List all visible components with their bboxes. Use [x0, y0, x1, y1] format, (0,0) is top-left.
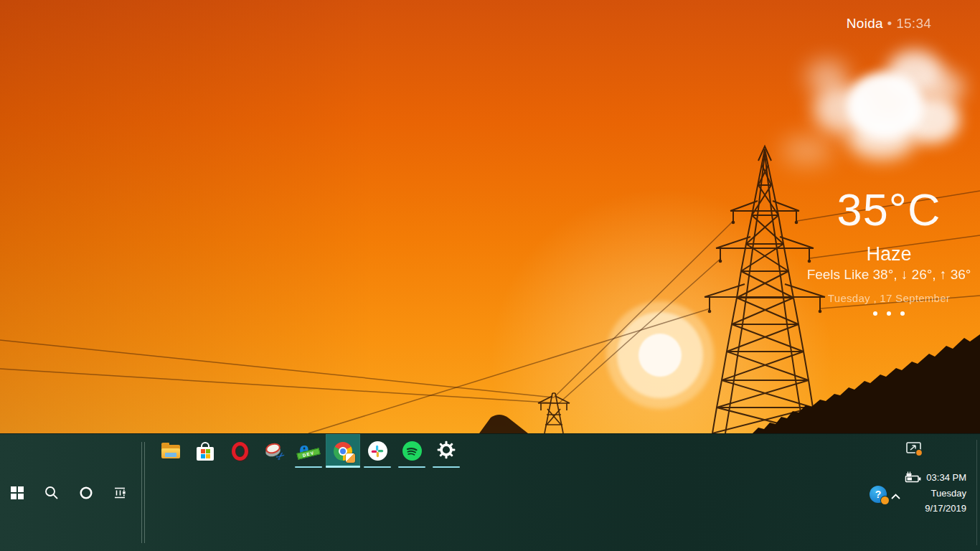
running-indicator [398, 466, 425, 468]
cortana-icon [79, 486, 93, 500]
page-dot[interactable] [873, 311, 877, 316]
snipping-tool-icon: ✂ [265, 441, 284, 461]
running-indicator [295, 466, 322, 468]
taskbar-app-chrome[interactable] [326, 434, 360, 468]
separator-dot: • [887, 16, 892, 31]
clock-time: 03:34 PM [925, 470, 966, 486]
clock-date: 9/17/2019 [925, 501, 966, 517]
weather-widget: 35°C Haze Feels Like 38°, ↓ 26°, ↑ 36° T… [763, 187, 980, 316]
taskbar-app-edge-dev[interactable]: e DEV [291, 434, 326, 468]
taskbar-app-spotify[interactable] [395, 434, 429, 468]
help-tray-icon[interactable]: ? [870, 486, 887, 503]
clock-day: Tuesday [925, 486, 966, 501]
tray-clock[interactable]: 03:34 PM Tuesday 9/17/2019 [925, 470, 966, 517]
chrome-profile-badge [346, 453, 355, 463]
opera-icon [232, 442, 248, 461]
chevron-up-icon [890, 493, 901, 500]
temperature: 35°C [763, 187, 980, 234]
taskbar-nav [0, 477, 138, 509]
search-button[interactable] [34, 477, 69, 509]
chrome-icon [334, 442, 352, 461]
ground-mound [479, 415, 528, 433]
graphics-display-tray-icon[interactable] [905, 441, 924, 461]
page-dot[interactable] [900, 311, 905, 316]
taskbar: ✂ e DEV [0, 433, 980, 551]
desktop[interactable]: Noida • 15:34 35°C Haze Feels Like 38°, … [0, 0, 980, 433]
slack-icon [368, 441, 387, 461]
page-dot[interactable] [887, 311, 891, 316]
start-button[interactable] [0, 477, 34, 509]
transmission-tower-small [538, 393, 570, 433]
edge-dev-icon: e DEV [299, 441, 319, 461]
running-indicator [364, 466, 391, 468]
weather-date: Tuesday , 17 September [763, 292, 980, 304]
wallpaper-clock: Noida • 15:34 [763, 16, 980, 32]
search-icon [44, 486, 59, 500]
wallpaper-time: 15:34 [896, 16, 931, 31]
taskbar-app-microsoft-store[interactable] [188, 434, 222, 468]
taskbar-app-snipping-tool[interactable]: ✂ [257, 434, 291, 468]
spotify-icon [402, 441, 422, 461]
wallpaper-location: Noida [847, 16, 883, 31]
page-indicator-dots[interactable] [763, 311, 980, 316]
taskbar-app-settings[interactable] [429, 434, 463, 468]
store-bag-icon [197, 442, 214, 461]
taskbar-apps: ✂ e DEV [154, 434, 463, 468]
running-indicator [433, 466, 460, 468]
hill-silhouette [753, 334, 980, 433]
battery-charging-icon[interactable] [905, 471, 923, 486]
taskbar-app-file-explorer[interactable] [154, 434, 188, 468]
weather-condition: Haze [763, 243, 980, 265]
cortana-button[interactable] [69, 477, 103, 509]
help-notification-badge [881, 496, 889, 504]
task-view-button[interactable] [103, 477, 138, 509]
windows-logo-icon [11, 486, 24, 499]
gear-icon [437, 441, 456, 462]
toolbar-grip-handle[interactable] [141, 442, 145, 543]
running-indicator [326, 466, 360, 468]
task-view-icon [114, 486, 127, 499]
notification-dot [915, 449, 922, 456]
taskbar-app-slack[interactable] [360, 434, 395, 468]
weather-feels-like: Feels Like 38°, ↓ 26°, ↑ 36° [763, 267, 980, 283]
show-hidden-icons-button[interactable] [890, 490, 901, 503]
file-explorer-icon [161, 443, 180, 458]
taskbar-app-opera[interactable] [222, 434, 257, 468]
show-desktop-button[interactable] [976, 440, 977, 545]
